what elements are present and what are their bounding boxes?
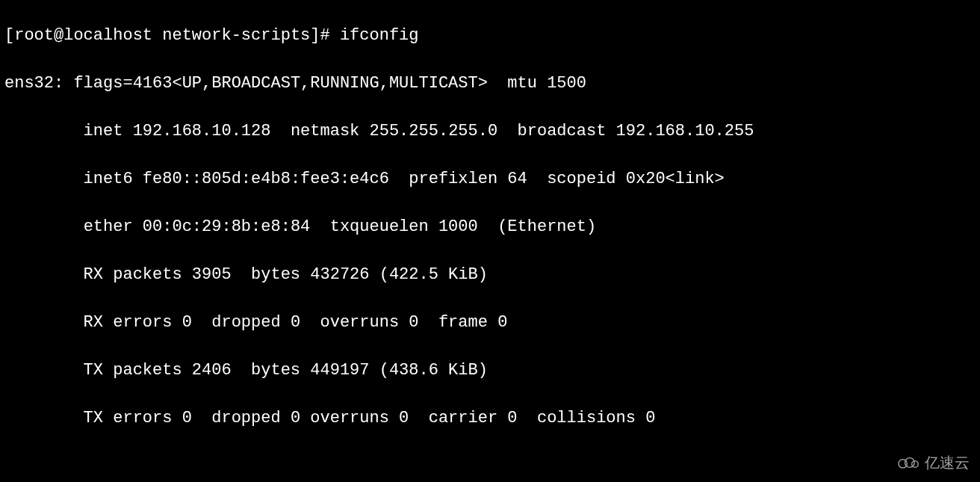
iface0-tx-collisions: 0 bbox=[645, 409, 655, 427]
cloud-icon bbox=[895, 455, 920, 470]
svg-point-1 bbox=[905, 458, 914, 468]
prompt-user: root bbox=[14, 26, 54, 45]
iface0-link-kind: Ethernet bbox=[507, 217, 586, 236]
iface0-rx2: RX errors 0 dropped 0 overruns 0 frame 0 bbox=[4, 311, 976, 335]
iface0-rx-bytes-h: 422.5 KiB bbox=[389, 265, 478, 284]
prompt-host: localhost bbox=[63, 26, 152, 45]
iface0-scope-label: link bbox=[675, 170, 715, 188]
iface0-inet: inet 192.168.10.128 netmask 255.255.255.… bbox=[4, 120, 976, 143]
iface0-rx-dropped: 0 bbox=[291, 313, 300, 332]
iface0-flags-list: UP,BROADCAST,RUNNING,MULTICAST bbox=[182, 74, 478, 93]
iface0-prefixlen: 64 bbox=[507, 170, 527, 188]
iface0-tx-bytes: 449197 bbox=[310, 361, 369, 380]
iface0-name: ens32 bbox=[4, 74, 54, 93]
iface0-inet6: inet6 fe80::805d:e4b8:fee3:e4c6 prefixle… bbox=[4, 167, 976, 191]
iface0-header: ens32: flags=4163<UP,BROADCAST,RUNNING,M… bbox=[4, 72, 976, 96]
iface0-rx-frame: 0 bbox=[497, 313, 507, 332]
iface0-ip: 192.168.10.128 bbox=[133, 122, 271, 140]
iface0-flags-num: 4163 bbox=[133, 74, 173, 93]
watermark-text: 亿速云 bbox=[925, 451, 970, 475]
iface0-broadcast: 192.168.10.255 bbox=[616, 122, 754, 140]
blank-line-1 bbox=[4, 454, 976, 478]
command-text: ifconfig bbox=[340, 26, 419, 45]
iface0-rx1: RX packets 3905 bytes 432726 (422.5 KiB) bbox=[4, 263, 976, 287]
iface0-tx-overruns: 0 bbox=[399, 409, 409, 427]
iface0-tx2: TX errors 0 dropped 0 overruns 0 carrier… bbox=[4, 407, 976, 430]
iface0-rx-overruns: 0 bbox=[409, 313, 418, 332]
iface0-link-type: ether bbox=[84, 217, 133, 236]
watermark: 亿速云 bbox=[895, 451, 970, 475]
iface0-scopeid: 0x20 bbox=[626, 170, 666, 188]
iface0-tx-bytes-h: 438.6 KiB bbox=[389, 361, 478, 380]
iface0-netmask: 255.255.255.0 bbox=[370, 122, 498, 140]
terminal-output[interactable]: [root@localhost network-scripts]# ifconf… bbox=[0, 0, 980, 482]
iface0-rx-errors: 0 bbox=[182, 313, 192, 332]
iface0-rx-packets: 3905 bbox=[192, 265, 232, 284]
iface0-hwaddr: 00:0c:29:8b:e8:84 bbox=[143, 217, 310, 236]
iface0-rx-bytes: 432726 bbox=[310, 265, 369, 284]
prompt-symbol: # bbox=[320, 26, 330, 45]
iface0-tx-carrier: 0 bbox=[507, 409, 517, 427]
prompt-line-1: [root@localhost network-scripts]# ifconf… bbox=[4, 24, 976, 48]
iface0-tx1: TX packets 2406 bytes 449197 (438.6 KiB) bbox=[4, 359, 976, 383]
prompt-cwd: network-scripts bbox=[162, 26, 310, 45]
svg-point-2 bbox=[912, 461, 919, 468]
iface0-tx-packets: 2406 bbox=[192, 361, 232, 380]
iface0-mtu: 1500 bbox=[547, 74, 586, 93]
iface0-ether: ether 00:0c:29:8b:e8:84 txqueuelen 1000 … bbox=[4, 215, 976, 239]
iface0-txqueuelen: 1000 bbox=[438, 217, 478, 236]
iface0-tx-dropped: 0 bbox=[291, 409, 300, 427]
iface0-tx-errors: 0 bbox=[182, 409, 192, 427]
iface0-ip6: fe80::805d:e4b8:fee3:e4c6 bbox=[143, 170, 389, 188]
